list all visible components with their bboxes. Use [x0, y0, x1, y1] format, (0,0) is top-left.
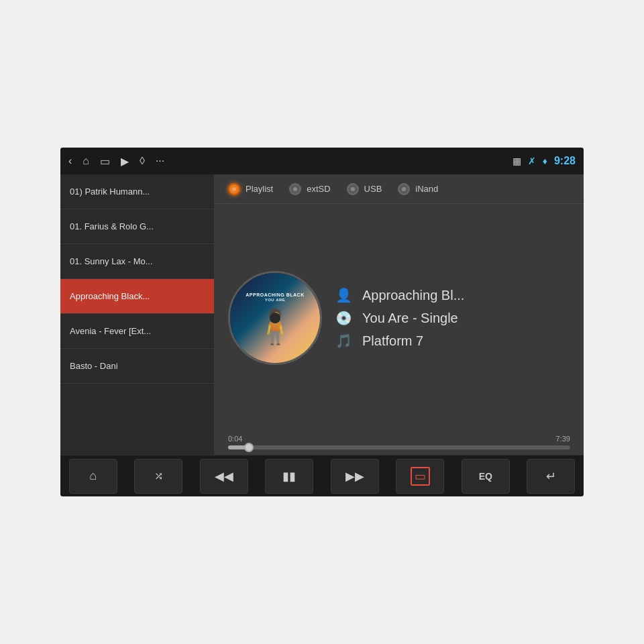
artist-text: Approaching Bl... — [362, 288, 464, 303]
genre-text: Platform 7 — [362, 333, 423, 349]
back-icon: ↵ — [546, 469, 556, 484]
bluetooth-icon: ✗ — [528, 156, 536, 166]
playlist-item-1[interactable]: 01) Patrik Humann... — [60, 174, 214, 209]
bag-nav-icon[interactable]: ◊ — [140, 155, 145, 167]
wifi-icon: ♦ — [543, 156, 547, 166]
main-content: 01) Patrik Humann... 01. Farius & Rolo G… — [60, 174, 584, 455]
playlist-item-6[interactable]: Basto - Dani — [60, 349, 214, 384]
progress-total: 7:39 — [556, 435, 570, 443]
source-tab-inand[interactable]: iNand — [398, 183, 438, 195]
progress-area[interactable]: 0:04 7:39 — [215, 432, 584, 455]
home-nav-icon[interactable]: ⌂ — [83, 155, 89, 167]
inand-label: iNand — [415, 184, 438, 194]
progress-bar[interactable] — [228, 445, 570, 449]
pause-icon: ▮▮ — [282, 469, 296, 484]
inand-dot — [398, 183, 410, 195]
next-icon: ▶▶ — [345, 469, 364, 484]
recent-nav-icon[interactable]: ▭ — [100, 155, 110, 168]
progress-times: 0:04 7:39 — [228, 435, 570, 443]
source-tab-extsd[interactable]: extSD — [289, 183, 330, 195]
eq-button[interactable]: EQ — [462, 459, 510, 494]
album-icon: 💿 — [335, 310, 352, 326]
progress-current: 0:04 — [228, 435, 242, 443]
shuffle-icon: ⤮ — [154, 470, 163, 482]
genre-icon: 🎵 — [335, 333, 352, 349]
usb-label: USB — [364, 184, 382, 194]
controls-bar: ⌂ ⤮ ◀◀ ▮▮ ▶▶ ▭ EQ ↵ — [60, 455, 584, 496]
playlist-panel: 01) Patrik Humann... 01. Farius & Rolo G… — [60, 174, 215, 455]
player-content: APPROACHING BLACK YOU ARE 🧍 👤 Approachin… — [215, 204, 584, 432]
eq-label: EQ — [479, 471, 492, 482]
artist-row: 👤 Approaching Bl... — [335, 287, 570, 303]
next-button[interactable]: ▶▶ — [331, 459, 379, 494]
back-button[interactable]: ↵ — [527, 459, 575, 494]
playlist-item-4-active[interactable]: Approaching Black... — [60, 279, 214, 314]
home-button[interactable]: ⌂ — [69, 459, 117, 494]
album-art-label: APPROACHING BLACK YOU ARE — [230, 292, 320, 303]
pause-button[interactable]: ▮▮ — [265, 459, 313, 494]
home-icon: ⌂ — [89, 469, 97, 483]
album-art: APPROACHING BLACK YOU ARE 🧍 — [228, 271, 322, 365]
back-nav-icon[interactable]: ‹ — [68, 155, 72, 167]
player-panel: Playlist extSD USB iNand — [215, 174, 584, 455]
camera-nav-icon[interactable]: ▶ — [121, 155, 129, 168]
album-center-dot — [270, 313, 280, 323]
status-bar: ‹ ⌂ ▭ ▶ ◊ ··· ▦ ✗ ♦ 9:28 — [60, 148, 584, 174]
track-info: 👤 Approaching Bl... 💿 You Are - Single 🎵… — [335, 287, 570, 349]
progress-thumb[interactable] — [244, 443, 254, 452]
more-nav-icon[interactable]: ··· — [156, 155, 164, 167]
extsd-label: extSD — [307, 184, 330, 194]
shuffle-button[interactable]: ⤮ — [134, 459, 182, 494]
genre-row: 🎵 Platform 7 — [335, 333, 570, 349]
source-tabs[interactable]: Playlist extSD USB iNand — [215, 174, 584, 204]
repeat-icon: ▭ — [411, 467, 430, 486]
status-icons: ▦ ✗ ♦ 9:28 — [513, 155, 576, 167]
prev-button[interactable]: ◀◀ — [200, 459, 248, 494]
status-time: 9:28 — [554, 155, 576, 167]
playlist-item-3[interactable]: 01. Sunny Lax - Mo... — [60, 244, 214, 279]
repeat-button[interactable]: ▭ — [396, 459, 444, 494]
playlist-item-5[interactable]: Avenia - Fever [Ext... — [60, 314, 214, 349]
source-tab-playlist[interactable]: Playlist — [228, 183, 273, 195]
album-text: You Are - Single — [362, 311, 458, 326]
nav-controls[interactable]: ‹ ⌂ ▭ ▶ ◊ ··· — [68, 155, 164, 168]
prev-icon: ◀◀ — [215, 469, 233, 484]
extsd-dot — [289, 183, 301, 195]
source-tab-usb[interactable]: USB — [347, 183, 382, 195]
cast-icon: ▦ — [513, 156, 521, 166]
album-row: 💿 You Are - Single — [335, 310, 570, 326]
usb-dot — [347, 183, 359, 195]
playlist-dot — [228, 183, 240, 195]
playlist-label: Playlist — [246, 184, 273, 194]
artist-icon: 👤 — [335, 287, 352, 303]
playlist-item-2[interactable]: 01. Farius & Rolo G... — [60, 209, 214, 244]
